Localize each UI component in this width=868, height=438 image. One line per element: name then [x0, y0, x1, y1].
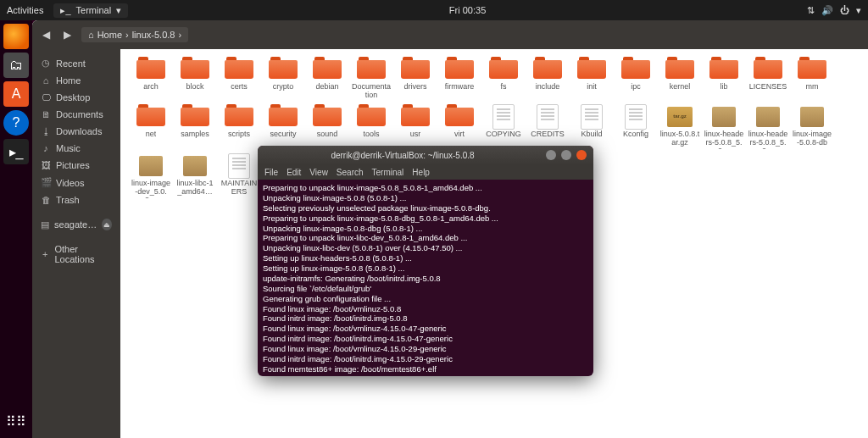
- launcher-dock: 🗂 A ? ▸_ ⠿⠿: [0, 20, 32, 438]
- pkg-icon: [712, 107, 736, 127]
- folder-item[interactable]: block: [175, 58, 215, 100]
- folder-item[interactable]: fs: [483, 58, 524, 100]
- terminal-line: Unpacking linux-image-5.0.8 (5.0.8-1) ..…: [263, 193, 588, 203]
- sidebar-downloads[interactable]: ⭳Downloads: [32, 123, 120, 140]
- folder-item[interactable]: crypto: [263, 58, 303, 100]
- folder-item[interactable]: scripts: [219, 105, 259, 149]
- folder-item[interactable]: mm: [792, 58, 832, 100]
- file-item[interactable]: COPYING: [483, 105, 524, 149]
- files-launcher[interactable]: 🗂: [3, 53, 29, 78]
- minimize-button[interactable]: [546, 150, 556, 160]
- volume-icon[interactable]: 🔊: [821, 5, 833, 16]
- folder-item[interactable]: arch: [131, 58, 171, 100]
- path-current[interactable]: linux-5.0.8: [132, 30, 175, 40]
- folder-item[interactable]: include: [527, 58, 568, 100]
- sidebar-videos[interactable]: 🎬Videos: [32, 174, 120, 191]
- item-label: COPYING: [486, 130, 521, 139]
- file-icon: [625, 104, 647, 130]
- maximize-button[interactable]: [561, 150, 571, 160]
- folder-icon: [401, 108, 430, 126]
- files-toolbar: ◀ ▶ ⌂ Home › linux-5.0.8 ›: [32, 20, 868, 49]
- folder-item[interactable]: drivers: [395, 58, 436, 100]
- menu-search[interactable]: Search: [337, 168, 364, 177]
- terminal-launcher[interactable]: ▸_: [3, 139, 29, 164]
- folder-item[interactable]: usr: [395, 105, 436, 149]
- software-launcher[interactable]: A: [3, 81, 29, 107]
- item-label: mm: [806, 83, 819, 91]
- pkg-item[interactable]: linux-image-dev_5.0.8…: [131, 154, 171, 198]
- item-label: linux-image-5.0.8-dbg…: [792, 130, 832, 149]
- folder-item[interactable]: kernel: [659, 58, 700, 100]
- menu-edit[interactable]: Edit: [287, 168, 301, 177]
- folder-icon: [445, 108, 474, 126]
- file-item[interactable]: MAINTAINERS: [219, 154, 259, 198]
- item-label: tools: [363, 130, 379, 139]
- forward-button[interactable]: ▶: [60, 27, 75, 42]
- folder-item[interactable]: security: [263, 105, 303, 149]
- path-home[interactable]: Home: [97, 30, 122, 40]
- folder-item[interactable]: sound: [307, 105, 348, 149]
- sidebar-music[interactable]: ♪Music: [32, 140, 120, 157]
- terminal-line: Found initrd image: /boot/initrd.img-4.1…: [263, 334, 588, 344]
- terminal-line: Preparing to unpack linux-image-5.0.8-db…: [263, 213, 588, 224]
- folder-item[interactable]: firmware: [439, 58, 480, 100]
- show-applications-button[interactable]: ⠿⠿: [6, 413, 26, 430]
- folder-item[interactable]: virt: [439, 105, 480, 149]
- file-item[interactable]: CREDITS: [527, 105, 568, 149]
- downloads-icon: ⭳: [41, 126, 51, 136]
- menu-file[interactable]: File: [264, 168, 278, 177]
- eject-icon[interactable]: ⏏: [102, 219, 112, 230]
- folder-item[interactable]: LICENSES: [748, 58, 788, 100]
- sidebar-trash[interactable]: 🗑Trash: [32, 191, 120, 208]
- folder-item[interactable]: init: [571, 58, 612, 100]
- chevron-down-icon[interactable]: ▾: [856, 5, 861, 16]
- file-item[interactable]: Kconfig: [615, 105, 656, 149]
- folder-item[interactable]: debian: [307, 58, 348, 100]
- menu-view[interactable]: View: [309, 168, 328, 177]
- music-icon: ♪: [41, 143, 51, 153]
- path-bar[interactable]: ⌂ Home › linux-5.0.8 ›: [81, 27, 188, 42]
- sidebar-other-locations[interactable]: +Other Locations: [32, 241, 120, 268]
- item-label: usr: [410, 130, 421, 139]
- active-app-menu[interactable]: ▸_ Terminal ▾: [53, 3, 128, 18]
- folder-item[interactable]: net: [131, 105, 171, 149]
- folder-item[interactable]: samples: [175, 105, 215, 149]
- folder-icon: [621, 60, 650, 79]
- sidebar-seagate[interactable]: ▤seagate…⏏: [32, 215, 120, 234]
- pkg-item[interactable]: linux-libc-1_amd64…: [175, 154, 215, 198]
- clock[interactable]: Fri 00:35: [128, 5, 807, 15]
- folder-item[interactable]: tools: [351, 105, 392, 149]
- network-icon[interactable]: ⇅: [807, 5, 815, 16]
- tar-item[interactable]: linux-5.0.8.tar.gz: [659, 105, 700, 149]
- file-item[interactable]: Kbuild: [571, 105, 612, 149]
- close-button[interactable]: [576, 150, 587, 160]
- pkg-item[interactable]: linux-headers-5.0.8_5.0…: [748, 105, 788, 149]
- sidebar-home[interactable]: ⌂Home: [32, 72, 120, 89]
- sidebar-documents[interactable]: 🗎Documents: [32, 106, 120, 123]
- files-sidebar: ◷Recent ⌂Home 🖵Desktop 🗎Documents ⭳Downl…: [32, 49, 120, 438]
- terminal-titlebar[interactable]: derrik@derrik-VirtualBox: ~/linux-5.0.8: [258, 146, 593, 164]
- folder-item[interactable]: Documentation: [351, 58, 392, 100]
- power-icon[interactable]: ⏻: [840, 5, 849, 15]
- drive-icon: ▤: [41, 219, 49, 230]
- sidebar-pictures[interactable]: 🖼Pictures: [32, 157, 120, 174]
- terminal-output[interactable]: Preparing to unpack linux-image-5.0.8_5.…: [258, 180, 593, 376]
- activities-button[interactable]: Activities: [7, 5, 43, 15]
- item-label: samples: [181, 130, 209, 139]
- sidebar-recent[interactable]: ◷Recent: [32, 54, 120, 72]
- menu-help[interactable]: Help: [412, 168, 430, 177]
- firefox-launcher[interactable]: [3, 24, 29, 49]
- folder-item[interactable]: lib: [704, 58, 744, 100]
- folder-item[interactable]: ipc: [615, 58, 656, 100]
- file-icon: [228, 153, 250, 179]
- terminal-line: Unpacking linux-libc-dev (5.0.8-1) over …: [263, 243, 588, 253]
- help-launcher[interactable]: ?: [3, 110, 29, 136]
- item-label: block: [186, 83, 203, 91]
- menu-terminal[interactable]: Terminal: [372, 168, 404, 177]
- sidebar-desktop[interactable]: 🖵Desktop: [32, 89, 120, 106]
- folder-item[interactable]: certs: [219, 58, 259, 100]
- pkg-item[interactable]: linux-image-5.0.8-dbg…: [792, 105, 832, 149]
- back-button[interactable]: ◀: [39, 27, 53, 42]
- folder-icon: [401, 60, 430, 79]
- pkg-item[interactable]: linux-headers-5.0.8_5.0…: [704, 105, 744, 149]
